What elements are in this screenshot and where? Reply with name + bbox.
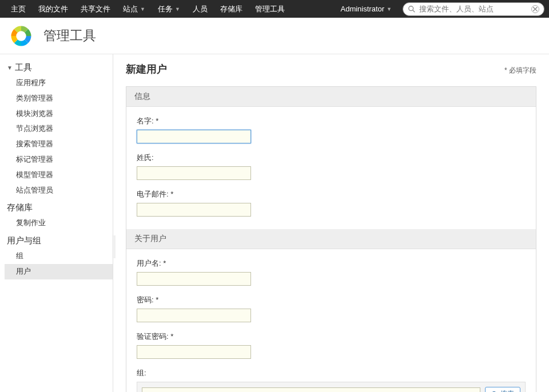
- sidebar-item-site-admin[interactable]: 站点管理员: [5, 183, 113, 198]
- search-icon: [408, 5, 416, 13]
- nav-shared-files[interactable]: 共享文件: [74, 0, 117, 18]
- sidebar-section-tools[interactable]: ▼工具: [5, 60, 113, 75]
- content-header-row: 新建用户 * 必填字段: [126, 62, 536, 76]
- svg-line-1: [413, 10, 415, 12]
- required-fields-note: * 必填字段: [504, 66, 536, 75]
- nav-repository[interactable]: 存储库: [214, 0, 249, 18]
- label-password: 密码: *: [137, 295, 526, 305]
- triangle-down-icon: ▼: [7, 65, 13, 71]
- input-lastname[interactable]: [137, 166, 251, 180]
- sidebar-item-module-browser[interactable]: 模块浏览器: [5, 106, 113, 122]
- topnav-left: 主页 我的文件 共享文件 站点▼ 任务▼ 人员 存储库 管理工具: [5, 0, 335, 18]
- section-heading-info: 信息: [126, 87, 536, 107]
- main-area: ▼工具 应用程序 类别管理器 模块浏览器 节点浏览器 搜索管理器 标记管理器 模…: [0, 54, 549, 392]
- sidebar-item-users[interactable]: 用户: [5, 264, 113, 279]
- caret-down-icon: ▼: [175, 6, 180, 12]
- sidebar-resize-handle[interactable]: [112, 235, 116, 258]
- input-verify-password[interactable]: [137, 345, 251, 359]
- input-firstname[interactable]: [137, 130, 251, 143]
- nav-my-files[interactable]: 我的文件: [32, 0, 74, 18]
- nav-home[interactable]: 主页: [5, 0, 32, 18]
- label-groups: 组:: [137, 368, 526, 378]
- section-heading-about-user: 关于用户: [126, 229, 536, 249]
- sidebar-item-model-manager[interactable]: 模型管理器: [5, 167, 113, 183]
- page-title: 管理工具: [43, 27, 96, 45]
- sidebar-section-users-groups[interactable]: 用户与组: [5, 233, 113, 249]
- sidebar-item-category-manager[interactable]: 类别管理器: [5, 91, 113, 106]
- input-username[interactable]: [137, 272, 251, 286]
- label-username: 用户名: *: [137, 258, 526, 269]
- sidebar-item-node-browser[interactable]: 节点浏览器: [5, 121, 113, 137]
- content-area: 新建用户 * 必填字段 信息 名字: * 姓氏: 电子邮件: * 关于用户 用户…: [113, 54, 549, 392]
- sidebar-item-search-manager[interactable]: 搜索管理器: [5, 137, 113, 152]
- sidebar-item-replication-jobs[interactable]: 复制作业: [5, 215, 113, 231]
- sidebar-item-application[interactable]: 应用程序: [5, 75, 113, 91]
- global-search-input[interactable]: [419, 5, 531, 13]
- nav-people[interactable]: 人员: [186, 0, 214, 18]
- nav-sites[interactable]: 站点▼: [117, 0, 152, 18]
- label-lastname: 姓氏:: [137, 153, 526, 163]
- global-search[interactable]: ✕: [403, 2, 544, 16]
- group-search-row: 搜索: [137, 382, 526, 392]
- page-header: 管理工具: [0, 18, 549, 54]
- nav-tasks[interactable]: 任务▼: [152, 0, 186, 18]
- label-firstname: 名字: *: [137, 116, 526, 126]
- sidebar-item-groups[interactable]: 组: [5, 249, 113, 264]
- top-navbar: 主页 我的文件 共享文件 站点▼ 任务▼ 人员 存储库 管理工具 Adminis…: [0, 0, 549, 18]
- new-user-form: 信息 名字: * 姓氏: 电子邮件: * 关于用户 用户名: * 密码: * 验…: [126, 86, 536, 392]
- sidebar: ▼工具 应用程序 类别管理器 模块浏览器 节点浏览器 搜索管理器 标记管理器 模…: [0, 54, 113, 392]
- input-password[interactable]: [137, 309, 251, 322]
- caret-down-icon: ▼: [140, 6, 145, 12]
- svg-point-0: [409, 6, 413, 10]
- nav-admin-tools[interactable]: 管理工具: [249, 0, 291, 18]
- caret-down-icon: ▼: [387, 6, 392, 12]
- content-title: 新建用户: [126, 62, 167, 76]
- sidebar-item-tag-manager[interactable]: 标记管理器: [5, 152, 113, 167]
- alfresco-logo-icon: [9, 24, 33, 48]
- input-group-search[interactable]: [142, 387, 480, 393]
- group-search-button[interactable]: 搜索: [485, 387, 520, 392]
- label-email: 电子邮件: *: [137, 189, 526, 199]
- input-email[interactable]: [137, 203, 251, 217]
- sidebar-section-repository[interactable]: 存储库: [5, 200, 113, 215]
- label-verify-password: 验证密码: *: [137, 331, 526, 342]
- clear-search-icon[interactable]: ✕: [531, 5, 539, 13]
- user-menu[interactable]: Administrator▼: [335, 0, 399, 18]
